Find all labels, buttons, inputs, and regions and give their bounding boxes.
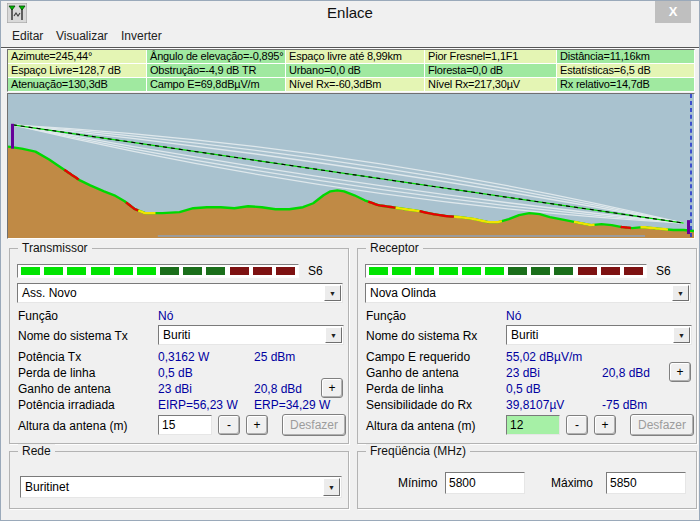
status-cell-campo-e: Campo E=69,8dBµV/m [147,78,285,91]
tx-system-value: Buriti [163,328,190,342]
rx-signal-meter [365,264,647,278]
tx-power-watts: 0,3162 W [158,350,209,364]
chevron-down-icon[interactable]: ▼ [325,327,342,343]
tx-line-loss-label: Perda de linha [18,366,95,380]
network-legend: Rede [18,444,55,458]
network-panel: Rede Buritinet ▼ [9,451,349,509]
frequency-legend: Freqüência (MHz) [366,444,470,458]
menu-visualizar[interactable]: Visualizar [53,25,111,47]
titlebar: Enlace X [1,1,699,25]
chevron-down-icon[interactable]: ▼ [323,478,340,496]
frequency-panel: Freqüência (MHz) Mínimo Máximo [357,451,697,509]
transmitter-legend: Transmissor [18,241,92,255]
chevron-down-icon[interactable]: ▼ [324,285,341,301]
network-select[interactable]: Buritinet ▼ [20,476,342,498]
status-cell-elevacao: Ângulo de elevação=-0,895° [147,50,285,63]
status-cell-urbano: Urbano=0,0 dB [286,64,424,77]
rx-height-plus-button[interactable]: + [594,415,616,435]
close-icon[interactable]: X [655,1,691,23]
status-cell-floresta: Floresta=0,0 dB [425,64,556,77]
tx-height-minus-button[interactable]: - [218,415,240,435]
tx-funcao-value: Nó [158,309,173,323]
rx-sensitivity-label: Sensibilidade do Rx [366,398,472,412]
tx-signal-label: S6 [308,264,323,278]
terrain-profile-chart[interactable] [7,93,695,239]
rx-antenna-gain-dbi: 23 dBi [506,366,540,380]
rx-funcao-label: Função [366,309,406,323]
status-cell-espaco-livre-ate: Espaço livre até 8,99km [286,50,424,63]
rx-line-loss-label: Perda de linha [366,382,443,396]
tx-signal-meter [17,264,299,278]
rx-required-field-value: 55,02 dBµV/m [506,350,582,364]
rx-sensitivity-uv: 39,8107µV [506,398,564,412]
status-cell-espaco-livre: Espaço Livre=128,7 dB [8,64,146,77]
menu-inverter[interactable]: Inverter [118,25,165,47]
tx-system-label: Nome do sistema Tx [18,329,128,343]
menubar: Editar Visualizar Inverter [1,25,699,47]
tx-eirp-value: EIRP=56,23 W [158,398,238,412]
tx-radiated-power-label: Potência irradiada [18,398,115,412]
rx-antenna-gain-label: Ganho de antena [366,366,459,380]
status-cell-nivel-rx-dbm: Nível Rx=-60,3dBm [286,78,424,91]
menu-editar[interactable]: Editar [9,25,46,47]
rx-system-value: Buriti [511,328,538,342]
tx-antenna-gain-label: Ganho de antena [18,382,111,396]
status-cell-obstrucao: Obstrução=-4,9 dB TR [147,64,285,77]
tx-antenna-gain-dbd: 20,8 dBd [254,382,302,396]
tx-site-value: Ass. Novo [22,286,77,300]
chevron-down-icon[interactable]: ▼ [673,327,690,343]
tx-gain-detail-button[interactable]: + [321,378,343,398]
frequency-min-input[interactable] [445,472,525,494]
frequency-max-label: Máximo [551,476,593,490]
rx-undo-button[interactable]: Desfazer [630,414,694,436]
status-cell-distancia: Distância=11,16km [557,50,694,63]
rx-height-minus-button[interactable]: - [566,415,588,435]
rx-site-value: Nova Olinda [370,286,436,300]
tx-power-dbm: 25 dBm [254,350,295,364]
receiver-legend: Receptor [366,241,423,255]
frequency-min-label: Mínimo [398,476,437,490]
tx-antenna-gain-dbi: 23 dBi [158,382,192,396]
status-table: Azimute=245,44° Ângulo de elevação=-0,89… [7,49,695,92]
rx-line-loss-value: 0,5 dB [506,382,541,396]
tx-antenna-height-input[interactable] [158,415,212,435]
rx-antenna-gain-dbd: 20,8 dBd [602,366,650,380]
status-cell-pior-fresnel: Pior Fresnel=1,1F1 [425,50,556,63]
network-value: Buritinet [25,480,69,494]
tx-height-plus-button[interactable]: + [246,415,268,435]
tx-site-select[interactable]: Ass. Novo ▼ [17,283,343,303]
tx-power-label: Potência Tx [18,350,81,364]
tx-line-loss-value: 0,5 dB [158,366,193,380]
rx-required-field-label: Campo E requerido [366,350,470,364]
rx-sensitivity-dbm: -75 dBm [602,398,647,412]
status-cell-estatisticas: Estatísticas=6,5 dB [557,64,694,77]
status-cell-atenuacao: Atenuação=130,3dB [8,78,146,91]
tx-undo-button[interactable]: Desfazer [282,414,346,436]
status-cell-nivel-rx-uv: Nível Rx=217,30µV [425,78,556,91]
rx-system-select[interactable]: Buriti ▼ [506,325,692,345]
chevron-down-icon[interactable]: ▼ [672,285,689,301]
rx-antenna-height-label: Altura da antena (m) [366,419,475,433]
frequency-max-input[interactable] [606,472,686,494]
receiver-panel: Receptor S6 Nova Olinda ▼ Função Nó Nome… [357,248,697,444]
tx-antenna-height-label: Altura da antena (m) [18,419,127,433]
link-window: Enlace X Editar Visualizar Inverter Azim… [0,0,700,521]
terrain-profile-svg [8,94,694,238]
tx-erp-value: ERP=34,29 W [254,398,330,412]
rx-antenna-height-input[interactable] [506,415,560,435]
rx-signal-label: S6 [656,264,671,278]
status-cell-rx-relativo: Rx relativo=14,7dB [557,78,694,91]
rx-system-label: Nome do sistema Rx [366,329,477,343]
rx-gain-detail-button[interactable]: + [669,362,691,382]
rx-funcao-value: Nó [506,309,521,323]
window-title: Enlace [1,1,699,25]
tx-funcao-label: Função [18,309,58,323]
status-cell-azimute: Azimute=245,44° [8,50,146,63]
transmitter-panel: Transmissor S6 Ass. Novo ▼ Função Nó Nom… [9,248,349,444]
tx-system-select[interactable]: Buriti ▼ [158,325,344,345]
rx-site-select[interactable]: Nova Olinda ▼ [365,283,691,303]
